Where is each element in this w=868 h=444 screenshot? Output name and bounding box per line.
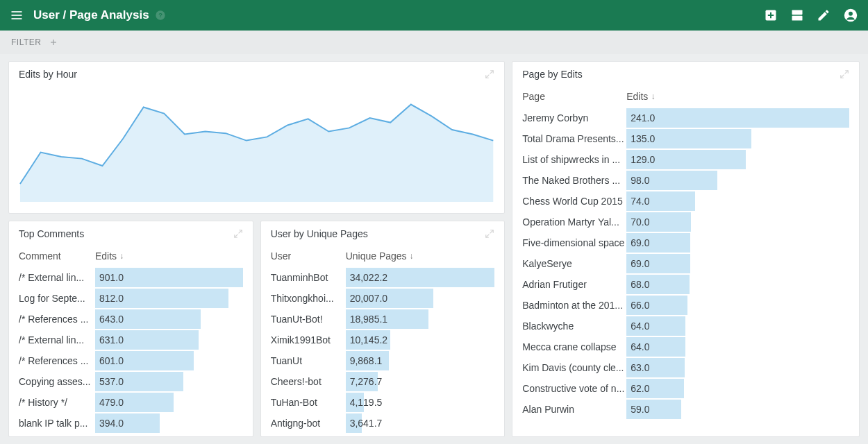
svg-rect-8 [792,10,803,15]
svg-text:?: ? [158,12,162,19]
account-icon[interactable] [843,8,858,23]
svg-rect-9 [792,16,803,21]
page-title: User / Page Analysis [33,8,149,22]
topbar-actions [764,8,858,23]
help-icon[interactable]: ? [155,10,166,21]
menu-icon[interactable] [10,8,24,22]
edit-icon[interactable] [817,8,831,22]
add-filter-icon[interactable] [49,38,58,46]
add-icon[interactable] [764,8,778,22]
filter-label: FILTER [11,37,41,47]
svg-point-11 [849,12,853,16]
topbar: User / Page Analysis ? [0,0,868,31]
filter-bar: FILTER [0,31,868,54]
dashboard-icon[interactable] [790,8,804,22]
